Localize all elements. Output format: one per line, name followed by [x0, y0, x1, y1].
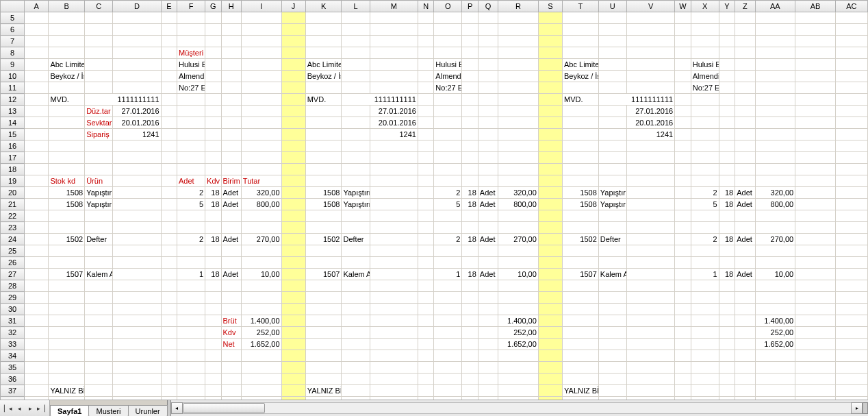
cell-S34[interactable] — [538, 350, 562, 362]
cell-AA16[interactable] — [755, 140, 795, 152]
row-header-6[interactable]: 6 — [1, 24, 25, 36]
row-header-32[interactable]: 32 — [1, 327, 25, 339]
cell-Y34[interactable] — [719, 350, 735, 362]
cell-W36[interactable] — [675, 374, 691, 385]
cell-K12[interactable]: MVD. — [305, 94, 342, 106]
cell-V25[interactable] — [626, 245, 674, 257]
cell-J17[interactable] — [281, 152, 305, 164]
cell-E31[interactable] — [161, 315, 177, 327]
row-header-36[interactable]: 36 — [1, 374, 25, 385]
cell-B32[interactable] — [49, 327, 85, 339]
cell-L34[interactable] — [342, 350, 370, 362]
cell-G31[interactable] — [205, 315, 221, 327]
cell-J13[interactable] — [281, 106, 305, 117]
cell-S21[interactable] — [538, 199, 562, 210]
cell-S6[interactable] — [538, 24, 562, 36]
cell-A5[interactable] — [25, 12, 49, 24]
row-header-10[interactable]: 10 — [1, 71, 25, 82]
cell-T23[interactable] — [563, 222, 599, 234]
cell-X12[interactable] — [691, 94, 719, 106]
cell-C31[interactable] — [85, 315, 113, 327]
row-header-24[interactable]: 24 — [1, 234, 25, 245]
sheet-tab-urunler[interactable]: Urunler — [128, 405, 168, 416]
cell-W10[interactable] — [675, 71, 691, 82]
cell-X19[interactable] — [691, 175, 719, 187]
cell-L17[interactable] — [342, 152, 370, 164]
cell-Y17[interactable] — [719, 152, 735, 164]
col-header-J[interactable]: J — [281, 1, 305, 12]
cell-C20[interactable]: Yapıştırıcı E-200 — [85, 187, 113, 199]
row-header-16[interactable]: 16 — [1, 140, 25, 152]
cell-W37[interactable] — [675, 385, 691, 397]
cell-P8[interactable] — [462, 47, 478, 59]
cell-L6[interactable] — [342, 24, 370, 36]
cell-Q18[interactable] — [478, 164, 498, 175]
cell-K8[interactable] — [305, 47, 342, 59]
cell-AC13[interactable] — [835, 106, 867, 117]
cell-D19[interactable] — [113, 175, 161, 187]
cell-E10[interactable] — [161, 71, 177, 82]
cell-S22[interactable] — [538, 210, 562, 222]
cell-R28[interactable] — [498, 280, 539, 292]
cell-Q16[interactable] — [478, 140, 498, 152]
cell-F9[interactable]: Hulusi Efendi — [177, 59, 205, 71]
cell-E8[interactable] — [161, 47, 177, 59]
cell-Z28[interactable] — [735, 280, 755, 292]
cell-AC20[interactable] — [835, 187, 867, 199]
cell-AA32[interactable]: 252,00 — [755, 327, 795, 339]
row-header-13[interactable]: 13 — [1, 106, 25, 117]
col-header-H[interactable]: H — [221, 1, 241, 12]
cell-C13[interactable]: Düz.tar — [85, 106, 113, 117]
cell-T22[interactable] — [563, 210, 599, 222]
cell-X15[interactable] — [691, 129, 719, 140]
cell-X34[interactable] — [691, 350, 719, 362]
cell-H36[interactable] — [221, 374, 241, 385]
cell-AB35[interactable] — [795, 362, 836, 374]
cell-W17[interactable] — [675, 152, 691, 164]
cell-O27[interactable]: 1 — [434, 269, 462, 280]
cell-B25[interactable] — [49, 245, 85, 257]
cell-B21[interactable]: 1508 — [49, 199, 85, 210]
cell-T14[interactable] — [563, 117, 599, 129]
cell-N16[interactable] — [418, 140, 433, 152]
cell-G21[interactable]: 18 — [205, 199, 221, 210]
cell-A11[interactable] — [25, 82, 49, 94]
col-header-L[interactable]: L — [342, 1, 370, 12]
cell-Z8[interactable] — [735, 47, 755, 59]
cell-F12[interactable] — [177, 94, 205, 106]
cell-D10[interactable] — [113, 71, 161, 82]
cell-W33[interactable] — [675, 339, 691, 350]
cell-AB32[interactable] — [795, 327, 836, 339]
cell-F11[interactable]: No:27 Esenler / İstanbul — [177, 82, 205, 94]
cell-J19[interactable] — [281, 175, 305, 187]
cell-F22[interactable] — [177, 210, 205, 222]
cell-AB26[interactable] — [795, 257, 836, 269]
cell-U30[interactable] — [598, 304, 626, 315]
cell-AA14[interactable] — [755, 117, 795, 129]
cell-F18[interactable] — [177, 164, 205, 175]
col-header-V[interactable]: V — [626, 1, 674, 12]
cell-U28[interactable] — [598, 280, 626, 292]
cell-H25[interactable] — [221, 245, 241, 257]
cell-L9[interactable] — [342, 59, 370, 71]
cell-K23[interactable] — [305, 222, 342, 234]
cell-N23[interactable] — [418, 222, 433, 234]
cell-T20[interactable]: 1508 — [563, 187, 599, 199]
cell-Y21[interactable]: 18 — [719, 199, 735, 210]
row-header-12[interactable]: 12 — [1, 94, 25, 106]
cell-F14[interactable] — [177, 117, 205, 129]
cell-W19[interactable] — [675, 175, 691, 187]
cell-K33[interactable] — [305, 339, 342, 350]
cell-O12[interactable] — [434, 94, 462, 106]
cell-AC28[interactable] — [835, 280, 867, 292]
cell-O10[interactable]: Almendil mah. Kuzey sok. — [434, 71, 462, 82]
cell-X25[interactable] — [691, 245, 719, 257]
cell-I14[interactable] — [241, 117, 281, 129]
cell-P11[interactable] — [462, 82, 478, 94]
cell-X13[interactable] — [691, 106, 719, 117]
cell-U5[interactable] — [598, 12, 626, 24]
cell-L21[interactable]: Yapıştırıcı E-200 — [342, 199, 370, 210]
cell-I27[interactable]: 10,00 — [241, 269, 281, 280]
cell-B17[interactable] — [49, 152, 85, 164]
cell-J23[interactable] — [281, 222, 305, 234]
